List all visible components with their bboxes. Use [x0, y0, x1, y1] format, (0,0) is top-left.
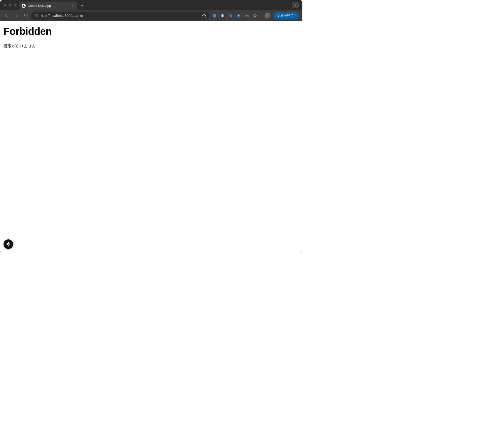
svg-point-5 [222, 14, 223, 16]
extension-icon[interactable] [212, 13, 217, 18]
extension-label: ⚛c [245, 14, 249, 17]
extension-icons: ⚛c 更新を完了 [211, 12, 300, 19]
site-info-icon[interactable] [34, 14, 38, 18]
tab-search-button[interactable] [292, 2, 299, 8]
close-window-button[interactable] [4, 4, 7, 7]
close-tab-button[interactable] [71, 4, 75, 8]
browser-window: Create Next App [0, 0, 302, 252]
extension-icon[interactable] [236, 13, 241, 18]
maximize-window-button[interactable] [14, 4, 17, 7]
address-bar[interactable]: http://localhost:3000/admin [31, 12, 209, 20]
back-button[interactable] [3, 12, 11, 20]
url-text: http://localhost:3000/admin [41, 14, 199, 18]
profile-avatar[interactable] [265, 13, 271, 19]
toolbar: http://localhost:3000/admin [0, 10, 302, 21]
page-message: 権限がありません [4, 44, 299, 49]
reload-button[interactable] [22, 12, 30, 20]
devtools-button[interactable] [4, 239, 13, 249]
extension-icon[interactable] [228, 13, 233, 18]
update-button-label: 更新を完了 [277, 14, 294, 18]
window-controls [2, 4, 19, 7]
tab-bar-right [292, 2, 300, 8]
new-tab-button[interactable] [79, 2, 86, 9]
forward-button[interactable] [12, 12, 20, 20]
minimize-window-button[interactable] [9, 4, 12, 7]
bookmark-button[interactable] [202, 13, 206, 18]
url-port-path: :3000/admin [64, 14, 83, 18]
menu-dots-icon [295, 14, 296, 17]
extension-icon[interactable]: ⚛c [244, 13, 249, 18]
browser-chrome: Create Next App [0, 0, 302, 21]
vercel-icon [22, 4, 26, 8]
page-heading: Forbidden [4, 26, 299, 37]
svg-point-7 [238, 15, 239, 16]
browser-tab[interactable]: Create Next App [19, 2, 77, 10]
update-button[interactable]: 更新を完了 [274, 12, 299, 19]
extensions-button[interactable] [252, 13, 257, 18]
url-host: localhost [50, 14, 64, 18]
page-content: Forbidden 権限がありません [0, 21, 302, 252]
svg-rect-3 [213, 14, 216, 17]
tab-title: Create Next App [28, 4, 69, 8]
toolbar-divider [261, 13, 261, 18]
extension-icon[interactable] [220, 13, 225, 18]
url-scheme: http:// [41, 14, 50, 18]
tab-bar: Create Next App [0, 0, 302, 10]
